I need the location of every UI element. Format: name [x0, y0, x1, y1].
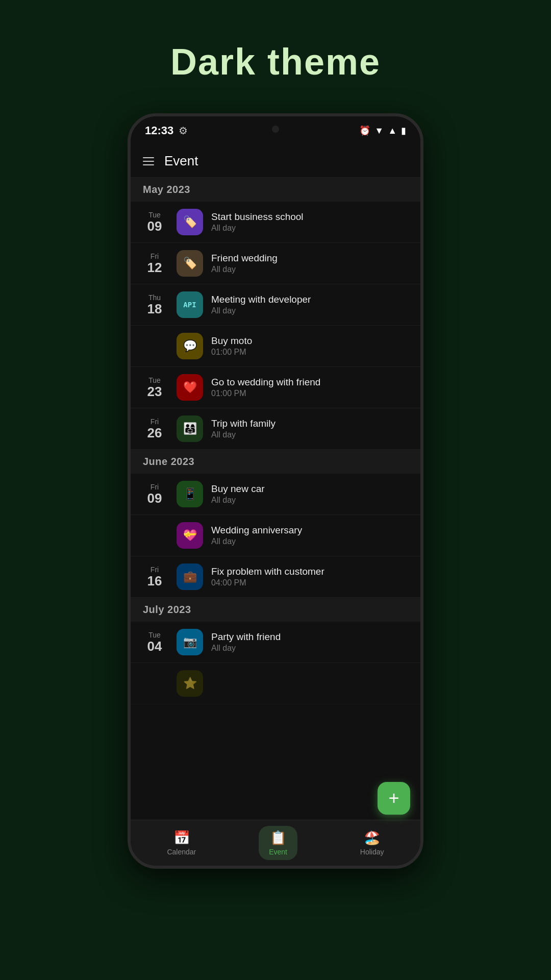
day-number: 23: [147, 384, 162, 399]
event-icon: 🏷️: [177, 250, 203, 277]
event-info: Start business school All day: [211, 211, 410, 233]
nav-calendar-label: Calendar: [167, 848, 196, 856]
event-icon: 📋: [270, 830, 286, 846]
event-icon: ❤️: [177, 374, 203, 401]
date-column: Fri 09: [141, 483, 168, 506]
event-icon: 💝: [177, 522, 203, 549]
calendar-icon: 📅: [173, 830, 190, 846]
event-subtitle: 01:00 PM: [211, 389, 410, 398]
event-info: Fix problem with customer 04:00 PM: [211, 566, 410, 587]
date-column: Thu 18: [141, 293, 168, 316]
event-icon: 📱: [177, 481, 203, 507]
day-of-week: Fri: [151, 566, 159, 574]
nav-holiday[interactable]: 🏖️ Holiday: [350, 826, 394, 860]
event-list-scroll[interactable]: May 2023 Tue 09 🏷️ Start business school…: [131, 178, 420, 820]
event-icon: ⭐: [177, 670, 203, 697]
battery-icon: ▮: [401, 125, 406, 136]
phone-shell: 12:33 ⚙ ⏰ ▼ ▲ ▮ Event May 2023 Tue 09 🏷️: [128, 113, 423, 869]
day-number: 26: [147, 426, 162, 440]
event-row[interactable]: Tue 04 📷 Party with friend All day: [131, 622, 420, 663]
day-of-week: Tue: [148, 631, 161, 639]
event-info: Buy new car All day: [211, 483, 410, 505]
date-column: Tue 04: [141, 631, 168, 654]
event-title: Wedding anniversary: [211, 525, 410, 536]
event-row[interactable]: Fri 12 🏷️ Friend wedding All day: [131, 243, 420, 284]
event-info: Buy moto 01:00 PM: [211, 335, 410, 357]
event-info: Friend wedding All day: [211, 253, 410, 274]
day-number: 18: [147, 302, 162, 316]
camera-notch: [272, 126, 279, 133]
date-column: Tue 23: [141, 376, 168, 399]
month-header-july: July 2023: [131, 598, 420, 622]
holiday-icon: 🏖️: [364, 830, 380, 846]
page-title: Dark theme: [170, 41, 381, 83]
nav-event[interactable]: 📋 Event: [259, 826, 297, 860]
day-number: 09: [147, 491, 162, 506]
date-column: Fri 16: [141, 566, 168, 589]
event-info: Meeting with developer All day: [211, 294, 410, 315]
app-header: Event: [131, 145, 420, 178]
signal-icon: ▲: [388, 126, 397, 136]
status-time: 12:33: [145, 124, 173, 137]
event-title: Meeting with developer: [211, 294, 410, 305]
day-number: 09: [147, 219, 162, 234]
event-title: Friend wedding: [211, 253, 410, 264]
event-subtitle: 04:00 PM: [211, 578, 410, 587]
event-row[interactable]: ⭐: [131, 663, 420, 704]
event-title: Start business school: [211, 211, 410, 223]
nav-calendar[interactable]: 📅 Calendar: [157, 826, 206, 860]
event-title: Buy moto: [211, 335, 410, 347]
event-info: Party with friend All day: [211, 631, 410, 653]
event-info: Trip with family All day: [211, 418, 410, 439]
day-number: 16: [147, 574, 162, 589]
event-row[interactable]: 💝 Wedding anniversary All day: [131, 515, 420, 556]
day-number: 04: [147, 639, 162, 654]
event-subtitle: All day: [211, 306, 410, 315]
day-of-week: Thu: [148, 293, 161, 302]
date-column: Fri 26: [141, 418, 168, 440]
alarm-icon: ⏰: [359, 125, 370, 136]
event-subtitle: All day: [211, 644, 410, 653]
status-left: 12:33 ⚙: [145, 124, 188, 137]
day-of-week: Fri: [151, 252, 159, 260]
day-of-week: Fri: [151, 483, 159, 491]
nav-event-label: Event: [269, 848, 287, 856]
day-of-week: Tue: [148, 376, 161, 384]
event-info: Go to wedding with friend 01:00 PM: [211, 377, 410, 398]
add-event-fab[interactable]: +: [378, 782, 410, 815]
event-icon: 📷: [177, 629, 203, 655]
event-row[interactable]: 💬 Buy moto 01:00 PM: [131, 326, 420, 367]
event-info: Wedding anniversary All day: [211, 525, 410, 546]
date-column: Tue 09: [141, 211, 168, 234]
event-row[interactable]: Thu 18 API Meeting with developer All da…: [131, 284, 420, 326]
app-header-title: Event: [164, 153, 198, 169]
event-subtitle: All day: [211, 430, 410, 439]
event-icon: 💬: [177, 333, 203, 359]
event-info: [211, 683, 410, 684]
event-icon: 💼: [177, 564, 203, 590]
event-icon: 🏷️: [177, 209, 203, 235]
event-row[interactable]: Fri 16 💼 Fix problem with customer 04:00…: [131, 556, 420, 598]
status-icons: ⏰ ▼ ▲ ▮: [359, 125, 406, 136]
event-subtitle: All day: [211, 265, 410, 274]
event-icon: 👨‍👩‍👧: [177, 415, 203, 442]
event-title: Party with friend: [211, 631, 410, 643]
settings-icon[interactable]: ⚙: [179, 125, 188, 137]
month-header-june: June 2023: [131, 450, 420, 474]
bottom-navigation: 📅 Calendar 📋 Event 🏖️ Holiday: [131, 820, 420, 866]
event-title: Go to wedding with friend: [211, 377, 410, 388]
day-of-week: Fri: [151, 418, 159, 426]
event-row[interactable]: Tue 09 🏷️ Start business school All day: [131, 202, 420, 243]
event-icon: API: [177, 291, 203, 318]
month-header-may: May 2023: [131, 178, 420, 202]
nav-holiday-label: Holiday: [360, 848, 384, 856]
day-of-week: Tue: [148, 211, 161, 219]
menu-button[interactable]: [143, 157, 154, 165]
event-title: Buy new car: [211, 483, 410, 495]
event-row[interactable]: Fri 09 📱 Buy new car All day: [131, 474, 420, 515]
event-row[interactable]: Tue 23 ❤️ Go to wedding with friend 01:0…: [131, 367, 420, 408]
event-row[interactable]: Fri 26 👨‍👩‍👧 Trip with family All day: [131, 408, 420, 450]
event-title: Trip with family: [211, 418, 410, 429]
event-subtitle: All day: [211, 537, 410, 546]
event-subtitle: 01:00 PM: [211, 348, 410, 357]
